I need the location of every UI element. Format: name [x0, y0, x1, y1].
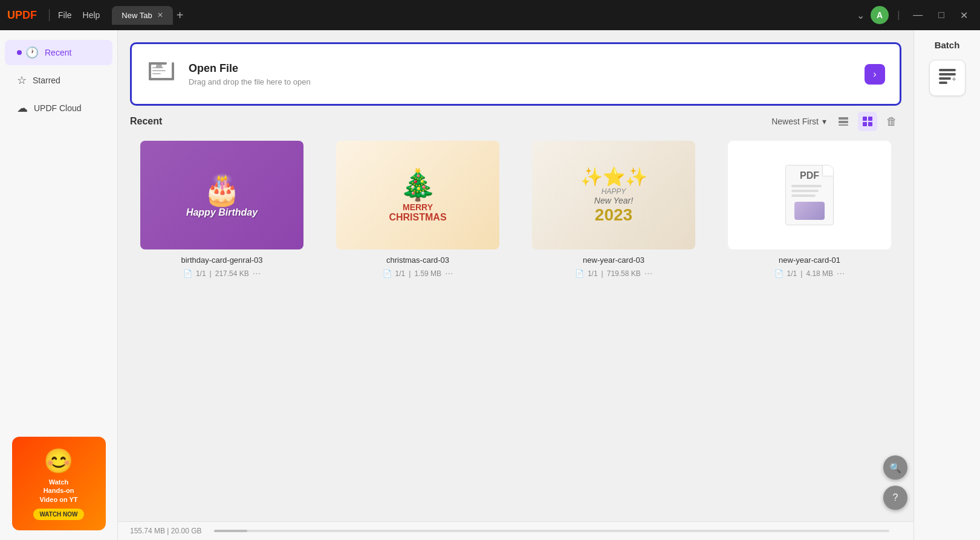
footer: 155.74 MB | 20.00 GB [118, 521, 913, 540]
file-grid: 🎂 Happy Birthday birthday-card-genral-03… [130, 141, 901, 279]
avatar[interactable]: A [871, 6, 889, 24]
file-card-newyear03[interactable]: ✨⭐✨ HAPPY New Year! 2023 new-year-card-0… [522, 141, 706, 279]
file-thumb-pdf: PDF [728, 141, 891, 249]
svg-rect-3 [172, 62, 174, 80]
titlebar-divider [49, 9, 50, 21]
svg-rect-20 [953, 77, 955, 81]
file-name-1: christmas-card-03 [386, 256, 449, 265]
sidebar-label-recent: Recent [45, 48, 71, 57]
starred-icon: ☆ [17, 74, 27, 87]
svg-rect-6 [152, 73, 161, 74]
main-layout: 🕐 Recent ☆ Starred ☁ UPDF Cloud 😊 Watch … [0, 30, 980, 540]
search-float-button[interactable]: 🔍 [883, 455, 907, 480]
svg-rect-9 [839, 121, 848, 123]
open-file-subtitle: Drag and drop the file here to open [189, 77, 311, 86]
file-pages-3: 1/1 [787, 269, 797, 278]
titlebar: UPDF File Help New Tab ✕ + ⌄ A | — □ ✕ [0, 0, 980, 30]
file-icon-1: 📄 [383, 269, 392, 278]
svg-rect-7 [156, 65, 162, 68]
file-more-0[interactable]: ··· [253, 268, 261, 279]
titlebar-menu: File Help [58, 10, 100, 20]
svg-rect-1 [149, 62, 151, 80]
svg-rect-17 [939, 77, 951, 80]
svg-rect-8 [839, 117, 848, 120]
ad-face-icon: 😊 [44, 447, 74, 475]
file-size-3: 4.18 MB [806, 269, 833, 278]
sidebar-item-starred[interactable]: ☆ Starred [5, 68, 112, 93]
content-wrapper: Open File Drag and drop the file here to… [118, 30, 980, 540]
open-file-icon [146, 56, 177, 92]
file-card-christmas[interactable]: 🎄 MERRY CHRISTMAS christmas-card-03 📄 1/… [326, 141, 510, 279]
batch-icon [936, 65, 958, 91]
close-button[interactable]: ✕ [955, 7, 973, 24]
file-icon-2: 📄 [575, 269, 584, 278]
svg-rect-5 [152, 70, 166, 71]
open-file-panel[interactable]: Open File Drag and drop the file here to… [130, 42, 901, 106]
open-file-text: Open File Drag and drop the file here to… [189, 62, 311, 86]
win-separator: | [897, 10, 900, 21]
batch-title: Batch [935, 40, 960, 50]
file-meta-2: 📄 1/1 | 719.58 KB ··· [522, 268, 706, 279]
open-file-title: Open File [189, 62, 311, 75]
recent-header: Recent Newest First ▾ [130, 112, 901, 131]
file-name-2: new-year-card-03 [583, 256, 644, 265]
sidebar-label-starred: Starred [33, 76, 60, 85]
tab-new[interactable]: New Tab ✕ [112, 6, 172, 25]
recent-icon: 🕐 [25, 46, 39, 59]
delete-button[interactable]: 🗑 [882, 112, 901, 131]
dropdown-icon[interactable]: ⌄ [857, 10, 865, 21]
right-panel: Batch [913, 30, 980, 540]
file-pages-0: 1/1 [196, 269, 206, 278]
app-logo: UPDF [7, 9, 37, 22]
file-thumb-birthday: 🎂 Happy Birthday [140, 141, 303, 249]
file-size-1: 1.59 MB [414, 269, 441, 278]
recent-section: Recent Newest First ▾ [118, 112, 913, 521]
tab-label: New Tab [122, 11, 152, 20]
file-name-3: new-year-card-01 [779, 256, 840, 265]
batch-button[interactable] [929, 60, 965, 96]
file-icon-0: 📄 [183, 269, 192, 278]
help-float-button[interactable]: ? [883, 486, 907, 510]
svg-rect-11 [863, 117, 867, 121]
sort-label: Newest First [771, 117, 819, 126]
file-more-3[interactable]: ··· [837, 268, 845, 279]
file-thumb-newyear03: ✨⭐✨ HAPPY New Year! 2023 [532, 141, 695, 249]
tab-add-button[interactable]: + [177, 8, 184, 22]
file-meta-3: 📄 1/1 | 4.18 MB ··· [718, 268, 901, 279]
sort-select[interactable]: Newest First ▾ [771, 117, 826, 126]
main-content: Open File Drag and drop the file here to… [118, 30, 913, 540]
storage-bar-fill [214, 530, 248, 532]
file-card-pdf[interactable]: PDF [718, 141, 901, 279]
file-size-2: 719.58 KB [607, 269, 641, 278]
file-more-1[interactable]: ··· [445, 268, 453, 279]
storage-bar [214, 530, 889, 532]
open-file-arrow-button[interactable]: › [865, 64, 885, 85]
sidebar-item-cloud[interactable]: ☁ UPDF Cloud [5, 95, 112, 121]
cloud-icon: ☁ [17, 101, 28, 115]
grid-view-button[interactable] [858, 112, 877, 131]
svg-rect-2 [149, 78, 174, 80]
sidebar-label-cloud: UPDF Cloud [34, 103, 82, 113]
svg-rect-13 [863, 122, 867, 126]
ad-banner[interactable]: 😊 Watch Hands-on Video on YT WATCH NOW [12, 437, 106, 530]
ad-text: Watch Hands-on Video on YT [39, 478, 77, 504]
active-indicator [17, 50, 22, 55]
tab-close-icon[interactable]: ✕ [157, 11, 163, 19]
titlebar-actions: ⌄ A | — □ ✕ [857, 6, 973, 24]
menu-help[interactable]: Help [83, 10, 100, 20]
file-pages-1: 1/1 [395, 269, 406, 278]
minimize-button[interactable]: — [908, 7, 927, 23]
file-thumb-christmas: 🎄 MERRY CHRISTMAS [336, 141, 499, 249]
file-more-2[interactable]: ··· [644, 268, 652, 279]
ad-watch-button[interactable]: WATCH NOW [33, 509, 83, 520]
file-card-birthday[interactable]: 🎂 Happy Birthday birthday-card-genral-03… [130, 141, 314, 279]
float-buttons: 🔍 ? [883, 455, 907, 510]
file-meta-0: 📄 1/1 | 217.54 KB ··· [130, 268, 314, 279]
svg-rect-14 [868, 122, 872, 126]
menu-file[interactable]: File [58, 10, 72, 20]
file-meta-1: 📄 1/1 | 1.59 MB ··· [326, 268, 510, 279]
list-view-button[interactable] [834, 112, 853, 131]
svg-rect-0 [149, 62, 167, 65]
sidebar-item-recent[interactable]: 🕐 Recent [5, 40, 112, 65]
maximize-button[interactable]: □ [933, 7, 949, 23]
